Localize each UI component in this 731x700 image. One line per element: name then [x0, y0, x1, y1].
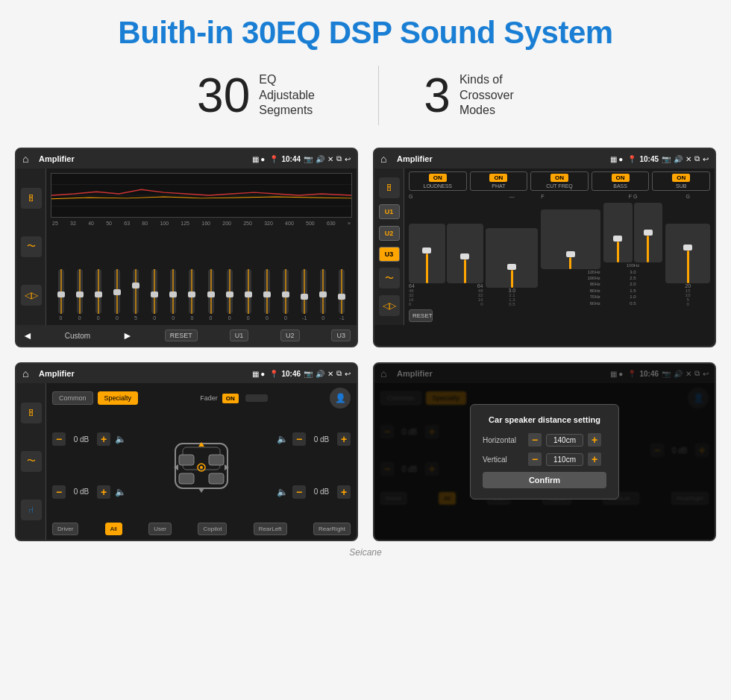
ch-cf-track[interactable]: [541, 209, 600, 269]
confirm-button[interactable]: Confirm: [483, 472, 606, 488]
eq-slider-11: 0: [239, 269, 257, 321]
s3-side: 🎚 〜 ⑁: [16, 383, 46, 540]
reset-btn-2[interactable]: RESET: [409, 309, 433, 322]
eq-icon[interactable]: 🎚: [21, 188, 42, 209]
volume-ctrl-icon[interactable]: ◁▷: [21, 285, 42, 306]
eq-slider-2: 0: [71, 269, 88, 321]
rl-plus[interactable]: +: [97, 485, 110, 499]
rear-right-row: 🔈 − 0 dB +: [277, 485, 351, 499]
horizontal-row: Horizontal − 140cm +: [483, 433, 606, 447]
user-btn[interactable]: User: [148, 523, 172, 535]
ch-l-track1[interactable]: [409, 224, 445, 283]
preset-u3[interactable]: U3: [379, 247, 400, 262]
cutfreq-label: CUT FREQ: [546, 183, 573, 189]
volume-icon-1: 🔊: [316, 155, 324, 163]
camera-icon-2: 📷: [662, 155, 671, 163]
u2-btn-1[interactable]: U2: [280, 329, 300, 341]
specialty-btn[interactable]: Specialty: [98, 391, 139, 405]
preset-u2[interactable]: U2: [379, 226, 400, 241]
u3-btn-1[interactable]: U3: [331, 329, 351, 341]
eq-slider-8: 0: [183, 269, 201, 321]
reset-btn-1[interactable]: RESET: [165, 329, 198, 341]
screen3-title: Amplifier: [39, 369, 248, 378]
eq-prev-btn[interactable]: ◄: [22, 329, 33, 341]
u1-btn-1[interactable]: U1: [230, 329, 249, 341]
camera-icon-1: 📷: [304, 155, 313, 163]
sub-label: SUB: [676, 183, 686, 189]
vertical-value: 110cm: [546, 453, 583, 466]
eq-graph: [51, 173, 352, 218]
s2-side: 🎚 U1 U2 U3 〜 ◁▷: [374, 168, 404, 325]
menu-dots-1: ▦ ●: [252, 155, 266, 163]
close-icon-1: ✕: [327, 155, 333, 163]
rl-minus[interactable]: −: [52, 485, 66, 499]
horizontal-minus[interactable]: −: [528, 433, 542, 447]
rear-left-btn[interactable]: RearLeft: [254, 523, 287, 535]
car-svg: [157, 429, 246, 503]
ch-sub: G 20 15 10 5 0: [665, 194, 710, 306]
volume-ctrl-icon-2[interactable]: ◁▷: [379, 295, 400, 316]
loudness-on[interactable]: ON: [429, 174, 447, 182]
ch-s-track[interactable]: [665, 224, 710, 283]
ch-p-track[interactable]: [486, 228, 538, 288]
loudness-label: LOUDNESS: [424, 183, 453, 189]
rl-value: 0 dB: [70, 488, 92, 496]
status-bar-2: ⌂ Amplifier ▦ ● 📍 10:45 📷 🔊 ✕ ⧉ ↩: [374, 149, 715, 168]
eq-next-btn[interactable]: ►: [122, 329, 133, 341]
ch-loudness: G 64: [409, 194, 483, 306]
fl-minus[interactable]: −: [52, 432, 66, 446]
crossover-label: Kinds ofCrossover Modes: [459, 72, 534, 119]
all-btn[interactable]: All: [105, 523, 122, 535]
status-icons-2: 📍 10:45 📷 🔊 ✕ ⧉ ↩: [627, 154, 709, 163]
menu-dots-2: ▦ ●: [610, 155, 624, 163]
common-btn[interactable]: Common: [52, 391, 93, 405]
eq-icon-2[interactable]: 🎚: [379, 177, 400, 198]
wave-icon[interactable]: 〜: [21, 236, 42, 257]
modal-overlay: Car speaker distance setting Horizontal …: [374, 364, 715, 540]
rl-speaker-icon: 🔈: [115, 487, 126, 497]
status-bar-1: ⌂ Amplifier ▦ ● 📍 10:44 📷 🔊 ✕ ⧉ ↩: [16, 149, 357, 168]
horizontal-value: 140cm: [546, 434, 583, 447]
eq-slider-15: 0: [315, 269, 332, 321]
home-icon-1: ⌂: [22, 153, 34, 165]
crossover-number: 3: [424, 72, 451, 119]
ch-b-track1[interactable]: [603, 203, 633, 262]
wave-icon-2[interactable]: 〜: [379, 268, 400, 288]
fr-minus[interactable]: −: [292, 432, 306, 446]
ch-b-track2[interactable]: [634, 203, 663, 262]
side-controls-1: 🎚 〜 ◁▷: [16, 168, 46, 325]
ch-l-track2[interactable]: [447, 224, 483, 283]
camera-icon-3: 📷: [304, 370, 313, 378]
home-icon-2: ⌂: [380, 153, 392, 165]
eq-freq-labels: 25 32 40 50 63 80 100 125 160 200 250 32…: [51, 221, 352, 226]
cutfreq-on[interactable]: ON: [550, 174, 568, 182]
phat-label: PHAT: [492, 183, 505, 189]
ch-g-label: G: [409, 194, 412, 199]
vertical-minus[interactable]: −: [528, 453, 542, 466]
sub-on[interactable]: ON: [672, 174, 690, 182]
screen3-time: 10:46: [281, 370, 301, 378]
rr-minus[interactable]: −: [292, 485, 306, 499]
profile-icon[interactable]: 👤: [330, 388, 351, 409]
expand-icon-3: ⧉: [336, 369, 342, 378]
preset-u1[interactable]: U1: [379, 204, 400, 219]
copilot-btn[interactable]: Copilot: [198, 523, 227, 535]
rear-right-btn[interactable]: RearRight: [313, 523, 351, 535]
vertical-plus[interactable]: +: [588, 453, 601, 466]
right-vol-controls: 🔈 − 0 dB + 🔈 − 0 dB +: [277, 413, 351, 518]
svg-marker-12: [198, 488, 204, 493]
s3-top-row: Common Specialty Fader ON 👤: [52, 388, 351, 409]
fl-plus[interactable]: +: [97, 432, 110, 446]
toggle-phat: ON PHAT: [470, 171, 528, 191]
bass-on[interactable]: ON: [612, 174, 630, 182]
phat-on[interactable]: ON: [489, 174, 507, 182]
driver-btn[interactable]: Driver: [52, 523, 78, 535]
fr-plus[interactable]: +: [337, 432, 351, 446]
bt-icon-3[interactable]: ⑁: [21, 499, 42, 520]
fader-on[interactable]: ON: [222, 394, 239, 403]
eq-icon-3[interactable]: 🎚: [21, 403, 42, 423]
horizontal-plus[interactable]: +: [588, 433, 601, 447]
rr-plus[interactable]: +: [337, 485, 351, 499]
s3-bottom: Driver All User Copilot RearLeft RearRig…: [52, 523, 351, 535]
wave-icon-3[interactable]: 〜: [21, 451, 42, 472]
